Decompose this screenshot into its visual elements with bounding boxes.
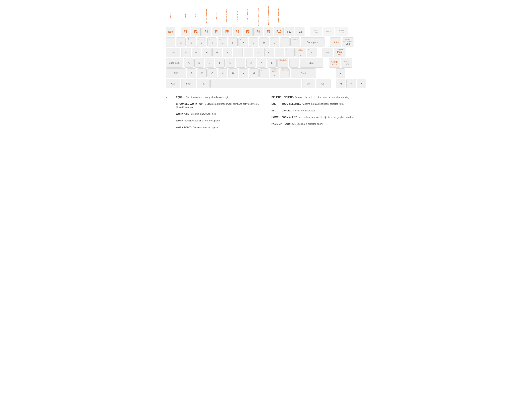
- f2-label-cell: PAN: [191, 6, 201, 26]
- key-p[interactable]: P: [275, 48, 284, 57]
- key-c[interactable]: C: [208, 68, 217, 78]
- key-delete[interactable]: Delete DELETE: [329, 58, 340, 68]
- key-4[interactable]: $ 4: [207, 37, 217, 47]
- key-b[interactable]: B: [228, 68, 238, 78]
- key-f3[interactable]: F3: [202, 27, 211, 37]
- key-f9[interactable]: F9: [264, 27, 273, 37]
- key-i[interactable]: I: [254, 48, 263, 57]
- key-q[interactable]: Q: [181, 48, 191, 57]
- key-d[interactable]: D: [205, 58, 214, 68]
- key-h[interactable]: H: [236, 58, 245, 68]
- key-backspace[interactable]: Backspace: [301, 37, 324, 47]
- legend-item-period: . WORK POINT / Creates a new work point.: [166, 126, 260, 129]
- num-gap1: [325, 37, 329, 47]
- key-alt-left[interactable]: Alt: [197, 79, 209, 88]
- key-y[interactable]: Y: [233, 48, 243, 57]
- key-quote[interactable]: " ': [289, 58, 299, 68]
- key-0[interactable]: ) 0: [270, 37, 279, 47]
- key-z[interactable]: Z: [187, 68, 196, 78]
- key-k[interactable]: K: [257, 58, 266, 68]
- key-backslash[interactable]: | \: [307, 48, 317, 57]
- key-rbracket[interactable]: WORKPLANE ]: [296, 48, 306, 57]
- key-f1[interactable]: F1: [181, 27, 190, 37]
- legend-right: DELETE DELETE / Removes the selected ite…: [272, 96, 366, 133]
- asdf-row: Caps Lock A S D F G H J K L GROUNDEDWORK…: [166, 58, 366, 68]
- f4-label-cell: ROTATE: [212, 6, 221, 26]
- key-ctrl-right[interactable]: Ctrl: [316, 79, 330, 88]
- key-f6[interactable]: F6: [233, 27, 242, 37]
- key-x[interactable]: X: [197, 68, 207, 78]
- key-end[interactable]: ZOOMSELECTED End: [342, 37, 354, 47]
- key-capslock[interactable]: Caps Lock: [166, 58, 183, 68]
- key-slash[interactable]: WORK AXIS /: [280, 68, 290, 78]
- key-o[interactable]: O: [264, 48, 274, 57]
- legend-left: = EQUAL / Constrains curves to equal rad…: [166, 96, 260, 133]
- key-lbracket[interactable]: { [: [285, 48, 295, 57]
- key-7[interactable]: & 7: [239, 37, 248, 47]
- legend-item-semicolon: ; GROUNDED WORK POINT / Creates a ground…: [166, 102, 260, 109]
- key-9[interactable]: ( 9: [259, 37, 269, 47]
- key-enter[interactable]: Enter: [300, 58, 323, 68]
- key-u[interactable]: U: [244, 48, 253, 57]
- key-v[interactable]: V: [218, 68, 227, 78]
- ctrl-gap1: [331, 79, 335, 88]
- key-2[interactable]: @ 2: [187, 37, 196, 47]
- key-f10[interactable]: F10: [274, 27, 284, 37]
- key-prtscn[interactable]: PrtScnSysRq: [310, 27, 322, 37]
- key-f11[interactable]: F11: [285, 27, 294, 37]
- key-f2[interactable]: F2: [191, 27, 201, 37]
- key-f4[interactable]: F4: [212, 27, 221, 37]
- key-arrow-up[interactable]: ▲: [336, 68, 345, 78]
- key-l[interactable]: L: [267, 58, 277, 68]
- key-start[interactable]: Start: [181, 79, 196, 88]
- key-3[interactable]: # 3: [197, 37, 206, 47]
- key-1[interactable]: ! 1: [176, 37, 186, 47]
- key-r[interactable]: R: [212, 48, 222, 57]
- key-period[interactable]: WORK POINT .: [270, 68, 279, 78]
- key-equal[interactable]: EQUAL =: [291, 37, 300, 47]
- key-arrow-down[interactable]: ▼: [346, 79, 356, 88]
- key-5[interactable]: % 5: [218, 37, 227, 47]
- legend-item-pageup: PAGE UP LOOK AT / Looks at a selected en…: [272, 122, 366, 126]
- key-g[interactable]: G: [226, 58, 235, 68]
- key-8[interactable]: * 8: [249, 37, 258, 47]
- key-e[interactable]: E: [202, 48, 211, 57]
- key-t[interactable]: T: [223, 48, 232, 57]
- key-f[interactable]: F: [215, 58, 225, 68]
- key-f7[interactable]: F7: [243, 27, 253, 37]
- key-f5[interactable]: F5: [222, 27, 232, 37]
- legend-item-esc: ESC CANCEL / Closes the active tool.: [272, 109, 366, 112]
- key-space[interactable]: [210, 79, 301, 88]
- key-scrlk[interactable]: ScrLK: [323, 27, 334, 37]
- key-alt-right[interactable]: Alt: [302, 79, 315, 88]
- key-arrow-right[interactable]: ▶: [357, 79, 366, 88]
- key-tilde[interactable]: ~ `: [166, 37, 175, 47]
- key-w[interactable]: W: [192, 48, 201, 57]
- key-ctrl-left[interactable]: Ctrl: [166, 79, 180, 88]
- key-f12[interactable]: F12: [295, 27, 304, 37]
- key-a[interactable]: A: [184, 58, 194, 68]
- key-home[interactable]: Home: [330, 37, 341, 47]
- f7-label-cell: SLICE GRAPHICS: [243, 6, 253, 26]
- key-j[interactable]: J: [246, 58, 256, 68]
- key-pageup[interactable]: LOOK AT PageUp: [334, 48, 345, 57]
- key-6[interactable]: ^ 6: [228, 37, 238, 47]
- key-s[interactable]: S: [194, 58, 204, 68]
- key-minus[interactable]: — -: [280, 37, 290, 47]
- f10-label: SKETCH VISIBILITY: [278, 6, 280, 26]
- key-m[interactable]: M: [249, 68, 259, 78]
- key-insert[interactable]: Insert: [322, 48, 333, 57]
- key-shift-right[interactable]: Shift: [291, 68, 316, 78]
- key-n[interactable]: N: [239, 68, 248, 78]
- key-f8[interactable]: F8: [253, 27, 263, 37]
- key-pagedown[interactable]: PageDown: [341, 58, 352, 68]
- key-tab[interactable]: Tab: [166, 48, 180, 57]
- key-esc[interactable]: Esc: [166, 27, 175, 37]
- key-arrow-left[interactable]: ◀: [336, 79, 345, 88]
- key-comma[interactable]: < ,: [260, 68, 269, 78]
- key-semicolon[interactable]: GROUNDEDWORK POINT ;: [278, 58, 288, 68]
- legend-item-rbracket: ] WORK PLANE / Creates a new work plane.: [166, 119, 260, 123]
- key-shift-left[interactable]: Shift: [166, 68, 186, 78]
- key-pause[interactable]: PauseBreak: [335, 27, 348, 37]
- function-row: Esc F1 F2 F3 F4 F5 F6 F7 F8 F9 F10 F11 F…: [166, 27, 366, 37]
